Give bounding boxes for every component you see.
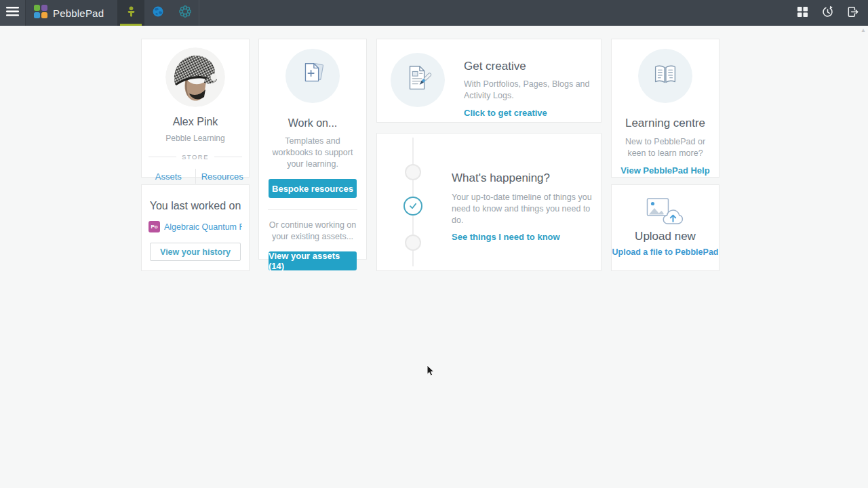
view-help-link[interactable]: View PebblePad Help xyxy=(620,165,709,176)
whats-happening-text: What's happening? Your up-to-date timeli… xyxy=(452,134,601,243)
apps-button[interactable] xyxy=(790,0,815,26)
get-creative-text: Get creative With Portfolios, Pages, Blo… xyxy=(464,39,601,122)
brand-name: PebblePad xyxy=(53,7,104,19)
hamburger-icon xyxy=(6,7,19,19)
tab-pebblepad-home[interactable] xyxy=(117,0,144,26)
store-label: STORE xyxy=(176,153,214,161)
timeline-circle xyxy=(405,164,421,180)
upload-file-link[interactable]: Upload a file to PebblePad xyxy=(612,247,719,257)
divider-line xyxy=(268,209,357,210)
whats-happening-title: What's happening? xyxy=(452,171,601,185)
divider-line xyxy=(214,157,242,157)
work-on-secondary-text: Or continue working on your existing ass… xyxy=(259,220,366,243)
view-history-button[interactable]: View your history xyxy=(150,243,241,261)
upload-link-wrap: Upload a file to PebblePad xyxy=(612,247,719,257)
topbar: PebblePad xyxy=(0,0,868,26)
last-worked-asset-link[interactable]: Algebraic Quantum Fiel... xyxy=(164,222,242,232)
learning-centre-title: Learning centre xyxy=(612,117,719,130)
grid-icon xyxy=(797,6,808,20)
history-icon xyxy=(821,5,834,21)
whats-happening-card: What's happening? Your up-to-date timeli… xyxy=(376,133,601,271)
learning-centre-description: New to PebblePad or keen to learn more? xyxy=(612,136,719,159)
scrollbar-up-arrow[interactable]: ▲ xyxy=(861,28,866,33)
work-on-card: Work on... Templates and workbooks to su… xyxy=(258,39,367,260)
store-divider: STORE xyxy=(142,153,249,161)
last-worked-card: You last worked on Po Algebraic Quantum … xyxy=(141,184,250,271)
profile-name: Alex Pink xyxy=(142,116,249,128)
document-plus-icon xyxy=(297,59,328,93)
get-creative-link[interactable]: Click to get creative xyxy=(464,108,547,118)
person-icon xyxy=(125,6,137,20)
last-worked-title: You last worked on xyxy=(142,200,249,212)
get-creative-title: Get creative xyxy=(464,60,601,73)
upload-new-title: Upload new xyxy=(612,230,719,243)
mouse-cursor xyxy=(427,365,435,380)
view-assets-button[interactable]: View your assets (14) xyxy=(269,251,357,270)
get-creative-icon-wrap xyxy=(391,53,445,122)
menu-button[interactable] xyxy=(0,0,26,26)
work-on-description: Templates and workbooks to support your … xyxy=(259,136,366,170)
work-on-title: Work on... xyxy=(259,117,366,129)
see-things-link[interactable]: See things I need to know xyxy=(452,232,560,242)
timeline-circle xyxy=(405,235,421,251)
page-brush-icon xyxy=(402,63,433,97)
avatar[interactable] xyxy=(165,47,225,107)
upload-new-card: Upload new Upload a file to PebblePad xyxy=(611,184,719,271)
assets-link[interactable]: Assets xyxy=(142,171,195,182)
brand[interactable]: PebblePad xyxy=(26,0,117,26)
store-links: Assets Resources xyxy=(142,169,249,184)
tab-flower[interactable] xyxy=(172,0,199,26)
globe-icon xyxy=(152,5,164,20)
flower-icon xyxy=(179,5,191,20)
topbar-right xyxy=(790,0,868,26)
get-creative-card: Get creative With Portfolios, Pages, Blo… xyxy=(376,39,601,123)
open-book-icon xyxy=(650,59,681,93)
portfolio-badge: Po xyxy=(149,221,160,232)
topbar-tabs xyxy=(117,0,199,26)
bespoke-resources-button[interactable]: Bespoke resources xyxy=(269,179,357,198)
learning-centre-link-wrap: View PebblePad Help xyxy=(612,165,719,176)
get-creative-icon-circle xyxy=(391,53,445,107)
get-creative-description: With Portfolios, Pages, Blogs and Activi… xyxy=(464,79,601,102)
profile-card: Alex Pink Pebble Learning STORE Assets R… xyxy=(141,39,250,178)
whats-happening-description: Your up-to-date timeline of things you n… xyxy=(452,192,599,226)
history-button[interactable] xyxy=(815,0,840,26)
sign-out-icon xyxy=(846,5,859,21)
last-worked-item[interactable]: Po Algebraic Quantum Fiel... xyxy=(142,221,249,232)
tab-globe[interactable] xyxy=(144,0,172,26)
timeline-check-icon xyxy=(403,197,422,216)
learning-centre-icon-circle xyxy=(638,49,692,103)
logout-button[interactable] xyxy=(840,0,865,26)
pebblepad-logo-icon xyxy=(34,5,47,21)
learning-centre-card: Learning centre New to PebblePad or keen… xyxy=(611,39,719,178)
profile-organisation: Pebble Learning xyxy=(142,133,249,144)
work-on-icon-circle xyxy=(285,49,340,103)
divider-line xyxy=(149,157,176,157)
resources-link[interactable]: Resources xyxy=(196,171,250,182)
upload-image-cloud-icon xyxy=(646,197,684,226)
pebblepad-dashboard: PebblePad xyxy=(0,0,868,488)
